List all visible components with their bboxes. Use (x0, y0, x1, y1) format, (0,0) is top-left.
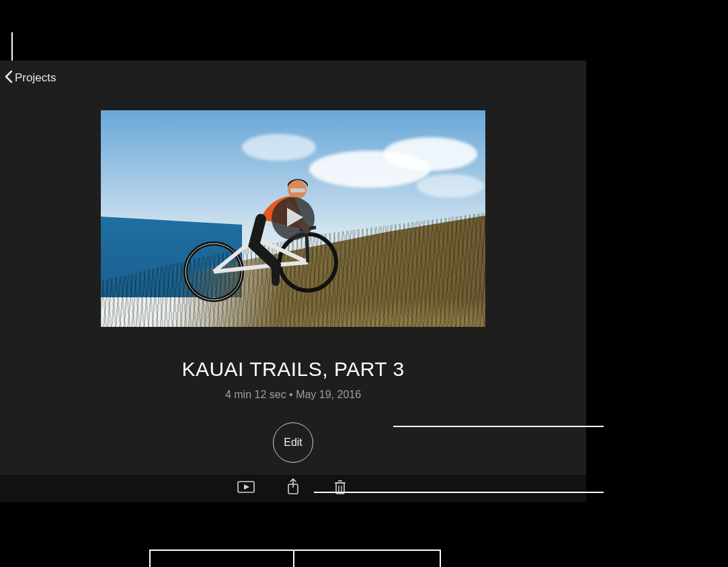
annotation-line (314, 492, 604, 493)
navbar: Projects (0, 61, 586, 96)
svg-rect-8 (290, 188, 305, 192)
annotation-line (293, 550, 294, 567)
delete-button[interactable] (330, 478, 350, 498)
project-detail: KAUAI TRAILS, PART 3 4 min 12 sec • May … (0, 96, 586, 475)
bottom-toolbar (0, 475, 586, 502)
share-button[interactable] (283, 478, 303, 498)
video-thumbnail[interactable] (101, 110, 485, 327)
edit-label: Edit (284, 437, 302, 449)
share-icon (286, 478, 300, 498)
trash-icon (333, 479, 347, 498)
play-rect-icon (237, 481, 255, 496)
annotation-tick (11, 32, 13, 61)
back-button[interactable]: Projects (4, 70, 56, 87)
annotation-line (149, 550, 441, 551)
play-overlay-button[interactable] (272, 197, 315, 240)
project-title[interactable]: KAUAI TRAILS, PART 3 (181, 358, 404, 381)
app-panel: Projects (0, 61, 586, 502)
play-icon (283, 208, 303, 229)
project-meta: 4 min 12 sec • May 19, 2016 (225, 389, 361, 401)
annotation-line (440, 550, 441, 567)
annotation-line (149, 550, 151, 567)
svg-marker-9 (287, 208, 303, 227)
annotation-line (393, 426, 604, 427)
back-label: Projects (15, 71, 56, 85)
play-fullscreen-button[interactable] (236, 478, 256, 498)
edit-button[interactable]: Edit (273, 422, 313, 463)
svg-marker-11 (244, 484, 249, 490)
chevron-left-icon (4, 70, 15, 87)
svg-line-5 (307, 233, 308, 262)
cyclist-illustration (175, 157, 363, 305)
